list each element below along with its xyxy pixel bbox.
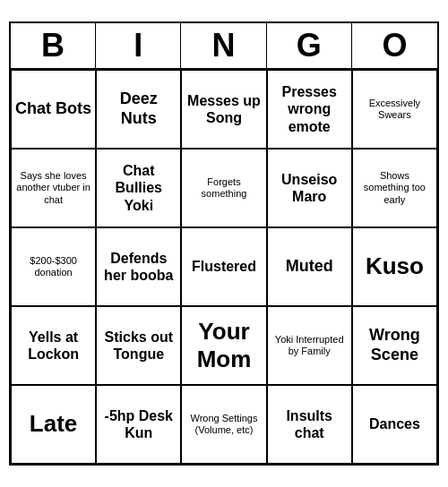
header-letter: N — [181, 23, 266, 68]
bingo-cell[interactable]: Flustered — [181, 227, 266, 306]
bingo-cell[interactable]: Shows something too early — [352, 149, 437, 227]
bingo-cell[interactable]: Chat Bullies Yoki — [96, 149, 181, 227]
bingo-cell[interactable]: Wrong Scene — [352, 306, 437, 385]
bingo-cell[interactable]: Wrong Settings (Volume, etc) — [181, 385, 266, 464]
bingo-cell[interactable]: Forgets something — [181, 149, 266, 227]
bingo-cell[interactable]: Presses wrong emote — [267, 70, 352, 149]
bingo-header: BINGO — [11, 23, 437, 70]
bingo-cell[interactable]: Excessively Swears — [352, 70, 437, 149]
bingo-cell[interactable]: Deez Nuts — [96, 70, 181, 149]
bingo-cell[interactable]: Chat Bots — [11, 70, 96, 149]
bingo-cell[interactable]: Dances — [352, 385, 437, 464]
bingo-cell[interactable]: Defends her booba — [96, 227, 181, 306]
bingo-cell[interactable]: $200-$300 donation — [11, 227, 96, 306]
bingo-cell[interactable]: Late — [11, 385, 96, 464]
header-letter: G — [267, 23, 352, 68]
bingo-cell[interactable]: Yells at Lockon — [11, 306, 96, 385]
bingo-cell[interactable]: Kuso — [352, 227, 437, 306]
bingo-card: BINGO Chat BotsDeez NutsMesses up SongPr… — [9, 21, 439, 466]
bingo-cell[interactable]: Muted — [267, 227, 352, 306]
header-letter: I — [96, 23, 181, 68]
bingo-grid: Chat BotsDeez NutsMesses up SongPresses … — [11, 70, 437, 464]
bingo-cell[interactable]: Yoki Interrupted by Family — [267, 306, 352, 385]
bingo-cell[interactable]: Messes up Song — [181, 70, 266, 149]
bingo-cell[interactable]: -5hp Desk Kun — [96, 385, 181, 464]
header-letter: O — [352, 23, 437, 68]
bingo-cell[interactable]: Sticks out Tongue — [96, 306, 181, 385]
bingo-cell[interactable]: Insults chat — [267, 385, 352, 464]
bingo-cell[interactable]: Unseiso Maro — [267, 149, 352, 227]
bingo-cell[interactable]: Your Mom — [181, 306, 266, 385]
header-letter: B — [11, 23, 96, 68]
bingo-cell[interactable]: Says she loves another vtuber in chat — [11, 149, 96, 227]
